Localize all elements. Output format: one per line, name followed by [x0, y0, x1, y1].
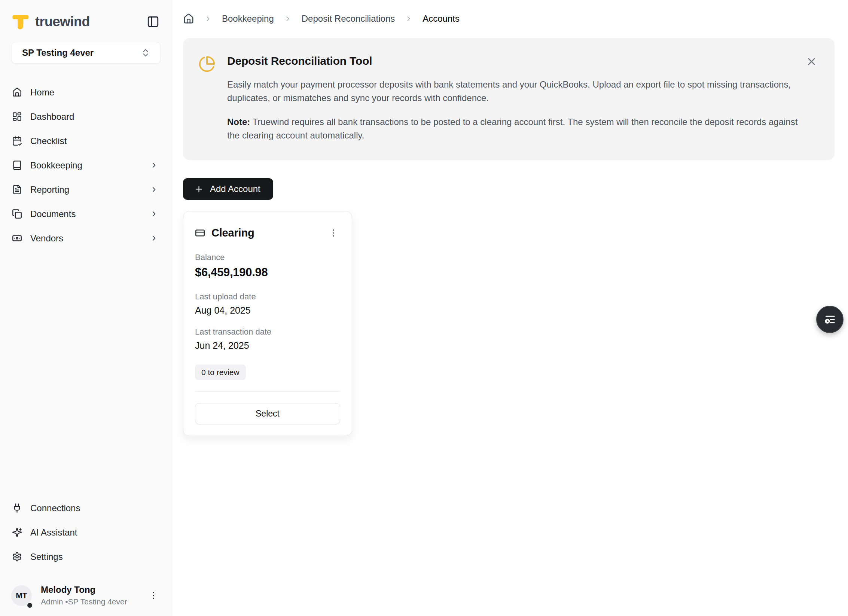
chevron-right-icon: [204, 15, 212, 22]
user-status-dot: [27, 603, 32, 608]
account-title: Clearing: [211, 227, 254, 239]
sidebar-item-label: Documents: [30, 209, 76, 219]
avatar-initials: MT: [16, 591, 27, 600]
avatar: MT: [11, 585, 32, 606]
chevron-right-icon: [150, 161, 158, 170]
sidebar-item-dashboard[interactable]: Dashboard: [11, 104, 161, 129]
sidebar-item-home[interactable]: Home: [11, 80, 161, 104]
sidebar-item-ai-assistant[interactable]: AI Assistant: [11, 520, 161, 545]
sidebar-footer-nav: Connections AI Assistant Settings: [11, 496, 161, 569]
sidebar-item-label: Dashboard: [30, 112, 74, 122]
plus-icon: [194, 185, 204, 194]
brand-row: truewind: [11, 13, 161, 31]
sidebar-item-documents[interactable]: Documents: [11, 202, 161, 226]
pie-chart-icon: [198, 55, 216, 73]
list-play-icon: [823, 313, 837, 326]
close-icon: [806, 56, 817, 67]
org-switcher[interactable]: SP Testing 4ever: [11, 42, 161, 64]
sidebar-item-connections[interactable]: Connections: [11, 496, 161, 520]
chevron-right-icon: [405, 15, 412, 22]
dashboard-icon: [12, 112, 22, 122]
org-switcher-value: SP Testing 4ever: [22, 48, 94, 58]
copy-icon: [12, 209, 22, 219]
user-row[interactable]: MT Melody Tong Admin •SP Testing 4ever: [11, 585, 161, 606]
sidebar-item-label: AI Assistant: [30, 527, 77, 538]
truewind-logo-icon: [11, 13, 29, 31]
sidebar-item-label: Checklist: [30, 136, 67, 146]
clearing-account-card: Clearing Balance $6,459,190.98 Last uplo…: [183, 211, 352, 436]
breadcrumb-bookkeeping[interactable]: Bookkeeping: [222, 13, 274, 24]
sidebar-item-label: Bookkeeping: [30, 160, 82, 171]
sidebar-item-bookkeeping[interactable]: Bookkeeping: [11, 153, 161, 177]
sidebar-item-label: Connections: [30, 503, 80, 513]
sidebar: truewind SP Testing 4ever Home Dashboard: [0, 0, 172, 616]
sidebar-item-label: Settings: [30, 552, 63, 562]
floating-action-button[interactable]: [816, 306, 844, 333]
user-menu-button[interactable]: [146, 588, 161, 603]
sidebar-top: truewind SP Testing 4ever Home Dashboard: [11, 13, 161, 250]
add-account-label: Add Account: [210, 184, 260, 194]
banner-note-label: Note:: [227, 117, 250, 127]
last-upload-value: Aug 04, 2025: [195, 305, 340, 316]
sidebar-item-vendors[interactable]: Vendors: [11, 226, 161, 250]
account-menu-button[interactable]: [326, 226, 340, 240]
gear-icon: [12, 552, 22, 562]
user-name: Melody Tong: [41, 585, 127, 595]
main-content: Bookkeeping Deposit Reconciliations Acco…: [172, 0, 848, 616]
app-window: truewind SP Testing 4ever Home Dashboard: [0, 0, 848, 616]
user-subtitle: Admin •SP Testing 4ever: [41, 597, 127, 606]
file-text-icon: [12, 185, 22, 195]
plug-icon: [12, 503, 22, 513]
sidebar-bottom: Connections AI Assistant Settings MT Mel: [11, 496, 161, 606]
breadcrumb-accounts: Accounts: [423, 13, 460, 24]
banner-note-text: Truewind requires all bank transactions …: [227, 117, 797, 140]
credit-card-icon: [195, 228, 205, 238]
sidebar-item-label: Home: [30, 87, 54, 98]
chevron-right-icon: [150, 234, 158, 243]
deposit-reconciliation-banner: Deposit Reconciliation Tool Easily match…: [183, 38, 835, 160]
review-count-badge: 0 to review: [195, 365, 246, 380]
calendar-check-icon: [12, 136, 22, 146]
home-icon: [12, 87, 22, 97]
sidebar-nav: Home Dashboard Checklist Bookkeeping: [11, 80, 161, 250]
banner-close-button[interactable]: [805, 55, 818, 68]
add-account-button[interactable]: Add Account: [183, 178, 273, 200]
user-meta: Melody Tong Admin •SP Testing 4ever: [41, 585, 127, 606]
breadcrumb-home[interactable]: [183, 13, 194, 24]
book-icon: [12, 160, 22, 170]
chevron-right-icon: [284, 15, 292, 22]
banner-note: Note: Truewind requires all bank transac…: [227, 115, 800, 142]
banknote-icon: [12, 233, 22, 243]
chevrons-up-down-icon: [141, 48, 150, 58]
last-transaction-value: Jun 24, 2025: [195, 340, 340, 351]
breadcrumb-deposit-reconciliations[interactable]: Deposit Reconciliations: [302, 13, 395, 24]
chevron-right-icon: [150, 210, 158, 218]
sidebar-item-reporting[interactable]: Reporting: [11, 177, 161, 202]
sidebar-item-label: Vendors: [30, 233, 63, 244]
last-upload-label: Last upload date: [195, 292, 340, 302]
select-account-button[interactable]: Select: [195, 403, 340, 424]
kebab-menu-icon: [149, 591, 158, 600]
balance-value: $6,459,190.98: [195, 266, 340, 279]
card-header: Clearing: [195, 226, 340, 240]
balance-label: Balance: [195, 253, 340, 262]
sidebar-item-label: Reporting: [30, 185, 69, 195]
chevron-right-icon: [150, 185, 158, 194]
banner-content: Deposit Reconciliation Tool Easily match…: [227, 55, 800, 142]
breadcrumb: Bookkeeping Deposit Reconciliations Acco…: [183, 11, 835, 26]
panel-left-icon: [147, 15, 159, 28]
kebab-menu-icon: [328, 228, 338, 238]
last-transaction-label: Last transaction date: [195, 327, 340, 337]
sidebar-item-checklist[interactable]: Checklist: [11, 129, 161, 153]
card-divider: [195, 391, 340, 392]
brand-name: truewind: [35, 14, 90, 30]
banner-description: Easily match your payment processor depo…: [227, 78, 800, 105]
sidebar-toggle-button[interactable]: [146, 14, 161, 29]
home-icon: [183, 13, 194, 24]
sidebar-item-settings[interactable]: Settings: [11, 545, 161, 569]
banner-title: Deposit Reconciliation Tool: [227, 55, 800, 67]
sparkles-icon: [12, 527, 22, 537]
